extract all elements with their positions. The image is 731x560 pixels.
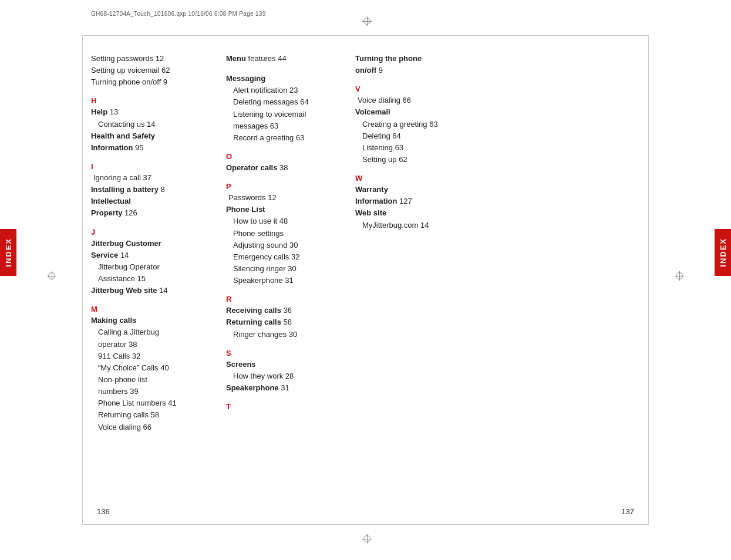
section-p: P Passwords 12 Phone List How to use it … — [226, 182, 338, 286]
entry-receiving: Receiving calls 36 Returning calls 58 Ri… — [226, 305, 338, 340]
letter-m: M — [91, 305, 214, 313]
letter-o: O — [226, 152, 338, 161]
section-t: T — [226, 402, 338, 411]
entry-screens: Screens How they work 28 Speakerphone 31 — [226, 359, 338, 394]
letter-s: S — [226, 349, 338, 357]
letter-t: T — [226, 402, 338, 411]
letter-p: P — [226, 182, 338, 191]
section-messaging: Messaging Alert notification 23 Deleting… — [226, 73, 338, 144]
section-o: O Operator calls 38 — [226, 152, 338, 174]
section-j: J Jitterbug Customer Service 14 Jitterbu… — [91, 228, 214, 297]
border-top — [82, 35, 649, 36]
index-tab-left-label: INDEX — [4, 238, 13, 267]
border-right — [648, 35, 649, 525]
entry-messaging: Messaging Alert notification 23 Deleting… — [226, 73, 338, 144]
section-menu: Menu features 44 — [226, 53, 338, 65]
column-right: Turning the phone on/off 9 V Voice diali… — [343, 53, 640, 513]
intro-section: Setting passwords 12 Setting up voicemai… — [91, 53, 214, 88]
intro-line-2: Setting up voicemail 62 — [91, 65, 214, 76]
section-i: I Ignoring a call 37 Installing a batter… — [91, 162, 214, 220]
entry-jitterbug: Jitterbug Customer Service 14 Jitterbug … — [91, 238, 214, 297]
index-tab-right: INDEX — [715, 229, 731, 276]
entry-making-calls: Making calls Calling a Jitterbug operato… — [91, 315, 214, 433]
crosshair-bottom — [362, 534, 372, 544]
section-v: V Voice dialing 66 Voicemail Creating a … — [355, 85, 640, 166]
letter-h: H — [91, 96, 214, 105]
section-turning: Turning the phone on/off 9 — [355, 53, 640, 76]
index-tab-right-label: INDEX — [719, 238, 727, 267]
crosshair-right — [675, 271, 684, 281]
letter-r: R — [226, 295, 338, 303]
column-mid: Menu features 44 Messaging Alert notific… — [220, 53, 343, 513]
entry-help: Help 13 Contacting us 14 Health and Safe… — [91, 106, 214, 154]
section-m: M Making calls Calling a Jitterbug opera… — [91, 305, 214, 433]
intro-line-1: Setting passwords 12 — [91, 53, 214, 65]
content-area: Setting passwords 12 Setting up voicemai… — [91, 53, 640, 513]
column-left: Setting passwords 12 Setting up voicemai… — [91, 53, 220, 513]
section-h: H Help 13 Contacting us 14 Health and Sa… — [91, 96, 214, 154]
section-r: R Receiving calls 36 Returning calls 58 … — [226, 295, 338, 340]
page-container: GH68-12704A_Touch_101606.qxp 10/16/06 6:… — [0, 0, 731, 560]
entry-warranty: Warranty Information 127 Web site MyJitt… — [355, 184, 640, 231]
crosshair-top — [362, 16, 372, 26]
index-tab-left: INDEX — [0, 229, 16, 276]
entry-turning: Turning the phone on/off 9 — [355, 53, 640, 76]
intro-line-3: Turning phone on/off 9 — [91, 76, 214, 88]
letter-j: J — [91, 228, 214, 237]
border-left — [82, 35, 83, 525]
entry-voice: Voice dialing 66 Voicemail Creating a gr… — [355, 95, 640, 166]
entry-passwords: Passwords 12 Phone List How to use it 48… — [226, 192, 338, 286]
letter-v: V — [355, 85, 640, 93]
section-w: W Warranty Information 127 Web site MyJi… — [355, 174, 640, 231]
border-bottom — [82, 524, 649, 525]
crosshair-left — [47, 271, 56, 281]
entry-menu: Menu features 44 — [226, 53, 338, 65]
section-s: S Screens How they work 28 Speakerphone … — [226, 349, 338, 394]
letter-i: I — [91, 162, 214, 171]
letter-w: W — [355, 174, 640, 183]
entry-operator: Operator calls 38 — [226, 162, 338, 174]
file-header: GH68-12704A_Touch_101606.qxp 10/16/06 6:… — [91, 11, 266, 17]
entry-ignoring: Ignoring a call 37 Installing a battery … — [91, 172, 214, 220]
